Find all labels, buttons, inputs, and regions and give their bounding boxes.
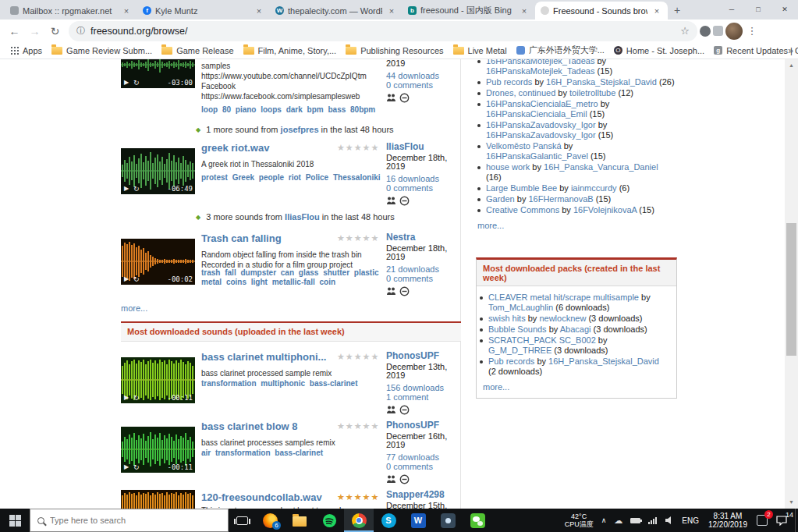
- new-tab-button[interactable]: +: [668, 2, 686, 20]
- pack-link[interactable]: 16HPanskaCiencialaE_metro: [486, 99, 598, 108]
- pack-link[interactable]: CLEAVER metal hit/scrape multisample: [488, 293, 639, 302]
- license-cc-icon[interactable]: [399, 93, 410, 103]
- pack-link[interactable]: Drones, continued: [486, 88, 555, 98]
- uploader-link[interactable]: Nestra: [386, 232, 461, 243]
- pack-user-link[interactable]: 16FHermanovaB: [528, 194, 593, 204]
- rating-stars-icon[interactable]: ★★★★★: [337, 233, 379, 243]
- battery-icon[interactable]: [626, 509, 644, 532]
- tab-close-icon[interactable]: ×: [386, 6, 397, 16]
- downloads-count[interactable]: 44 downloads: [386, 71, 461, 80]
- sound-title-link[interactable]: Trash can falling: [201, 232, 282, 244]
- uploader-link[interactable]: IliasFlou: [285, 212, 320, 222]
- play-icon[interactable]: ▶: [124, 79, 129, 87]
- tab-close-icon[interactable]: ×: [519, 6, 530, 16]
- rating-stars-icon[interactable]: ★★★★★: [337, 143, 379, 153]
- profile-avatar[interactable]: [725, 23, 743, 40]
- license-cc-icon[interactable]: [399, 286, 410, 296]
- reload-icon[interactable]: ↻: [46, 25, 64, 37]
- network-icon[interactable]: [644, 509, 661, 532]
- loop-icon[interactable]: ↻: [133, 185, 140, 193]
- pack-user-link[interactable]: iainmccurdy: [571, 183, 617, 193]
- tray-chevron-icon[interactable]: ∧: [598, 509, 611, 532]
- loop-icon[interactable]: ↻: [133, 275, 140, 283]
- language-indicator[interactable]: ENG: [678, 509, 703, 532]
- comments-count[interactable]: 0 comments: [386, 80, 461, 90]
- comments-count[interactable]: 0 comments: [386, 183, 461, 193]
- pack-link[interactable]: Pub records: [488, 356, 534, 366]
- show-desktop-button[interactable]: [795, 509, 798, 532]
- scroll-down-icon[interactable]: ▼: [785, 496, 798, 509]
- play-icon[interactable]: ▶: [124, 185, 129, 193]
- waveform-player[interactable]: [121, 490, 195, 509]
- cloud-icon[interactable]: ☁: [610, 509, 626, 532]
- tab-close-icon[interactable]: ×: [651, 6, 662, 16]
- forward-icon[interactable]: →: [26, 25, 44, 37]
- task-view-button[interactable]: [229, 509, 255, 532]
- tab-freesound-active[interactable]: Freesound - Sounds browse ×: [535, 2, 668, 20]
- waveform-player[interactable]: ▶ ↻ -03:00: [121, 59, 195, 88]
- bookmark-item[interactable]: 广东外语外贸大学...: [512, 44, 609, 56]
- pack-link[interactable]: SCRATCH_PACK SC_B002: [488, 335, 596, 345]
- waveform-player[interactable]: ▶ ↻ -00:11: [121, 357, 195, 403]
- pack-link[interactable]: Creative Commons: [486, 205, 559, 215]
- sound-tags[interactable]: transformation multiphonic bass-clarinet: [201, 379, 392, 388]
- sound-title-link[interactable]: 120-freesoundcollab.wav: [201, 491, 322, 503]
- tab-mailbox[interactable]: Mailbox :: rpgmaker.net ×: [5, 2, 137, 20]
- cpu-temp-widget[interactable]: 42°C CPU温度: [561, 509, 598, 532]
- uploader-link[interactable]: josefpres: [281, 125, 319, 134]
- sound-title-link[interactable]: bass clarinet multiphoni...: [201, 351, 326, 363]
- rating-stars-icon[interactable]: ★★★★★: [337, 352, 379, 362]
- pack-link[interactable]: Large Bumble Bee: [486, 183, 557, 193]
- page-scrollbar[interactable]: ▲ ▼: [785, 59, 798, 509]
- messaging-app-taskbar-icon[interactable]: [433, 509, 463, 532]
- maximize-icon[interactable]: □: [745, 0, 771, 20]
- pack-link[interactable]: 16HPanskaMotejlek_Tadeas: [486, 59, 594, 66]
- bookmark-star-icon[interactable]: ☆: [680, 25, 690, 37]
- uploader-link[interactable]: IliasFlou: [386, 142, 461, 152]
- pack-user-link[interactable]: 16HPanskaGalantic_Pavel: [486, 151, 588, 161]
- minimize-icon[interactable]: ─: [718, 0, 745, 20]
- pack-user-link[interactable]: 16HPanskaZavadovsky_Igor: [486, 130, 596, 140]
- pack-user-link[interactable]: 16H_Panska_Vancura_Daniel: [544, 162, 658, 172]
- taskbar-clock[interactable]: 8:31 AM 12/20/2019: [703, 512, 753, 529]
- downloads-count[interactable]: 77 downloads: [386, 452, 461, 462]
- sound-title-link[interactable]: greek riot.wav: [201, 142, 269, 154]
- license-attribution-icon[interactable]: [386, 196, 396, 206]
- ime-tray-icon[interactable]: 2: [753, 509, 771, 532]
- waveform-player[interactable]: ▶ ↻ -00:02: [121, 239, 195, 285]
- uploader-link[interactable]: PhonosUPF: [386, 420, 461, 431]
- pack-user-link[interactable]: 16H_Panska_Stejskal_David: [548, 356, 659, 366]
- url-text[interactable]: freesound.org/browse/: [90, 26, 187, 37]
- bookmark-item[interactable]: Game Review Subm...: [47, 46, 157, 55]
- pack-link[interactable]: 16HPanskaZavadovsky_Igor: [486, 120, 596, 129]
- pack-link[interactable]: Garden: [486, 194, 515, 204]
- extension-icon[interactable]: [713, 26, 723, 36]
- chrome-taskbar-icon[interactable]: [344, 509, 374, 532]
- site-info-icon[interactable]: ⓘ: [76, 25, 85, 37]
- rating-stars-icon[interactable]: ★★★★★: [337, 492, 379, 502]
- bookmark-item[interactable]: Live Metal: [449, 46, 512, 55]
- rating-stars-icon[interactable]: ★★★★★: [337, 421, 379, 431]
- firefox-taskbar-icon[interactable]: 6: [255, 509, 285, 532]
- pack-link[interactable]: house work: [486, 162, 530, 172]
- pack-user-link[interactable]: 16HPanskaMotejlek_Tadeas: [486, 66, 594, 76]
- license-attribution-icon[interactable]: [386, 474, 396, 484]
- close-icon[interactable]: ✕: [771, 0, 798, 20]
- back-icon[interactable]: ←: [5, 25, 23, 37]
- more-sounds-link[interactable]: more...: [121, 303, 147, 313]
- license-cc-icon[interactable]: [399, 474, 410, 484]
- taskbar-search[interactable]: [30, 509, 229, 532]
- uploader-link[interactable]: PhonosUPF: [386, 351, 461, 361]
- start-button[interactable]: [0, 509, 30, 532]
- waveform-player[interactable]: ▶ ↻ -00:11: [121, 427, 195, 473]
- downloads-count[interactable]: 21 downloads: [386, 264, 461, 274]
- license-cc-icon[interactable]: [399, 405, 410, 415]
- bookmarks-overflow-icon[interactable]: »: [788, 45, 793, 56]
- downloads-count[interactable]: 16 downloads: [386, 174, 461, 183]
- tab-facebook[interactable]: f Kyle Muntz ×: [137, 2, 270, 20]
- bookmark-item[interactable]: gRecent Updates | G...: [709, 46, 798, 55]
- address-bar[interactable]: ⓘ freesound.org/browse/ ☆: [69, 21, 697, 41]
- more-packs-link[interactable]: more...: [477, 221, 504, 230]
- waveform-player[interactable]: ▶ ↻ -06:49: [121, 148, 195, 194]
- play-icon[interactable]: ▶: [124, 463, 129, 471]
